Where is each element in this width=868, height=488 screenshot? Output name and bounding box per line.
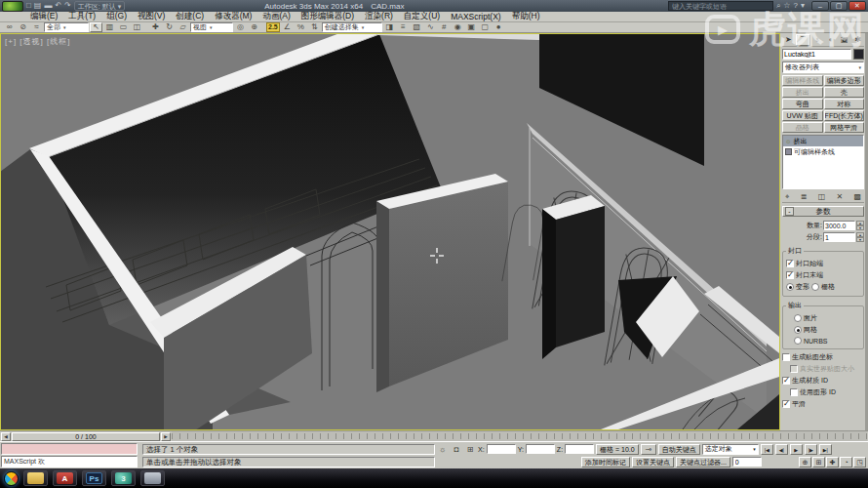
select-move-button[interactable]: ✚ [149,22,162,32]
mirror-button[interactable]: ◨ [383,22,396,32]
select-scale-button[interactable]: ▱ [177,22,189,32]
selection-lock-icon[interactable]: ◘ [451,445,462,454]
snap-toggle-button[interactable]: 2.5 [266,22,280,32]
selection-filter-dropdown[interactable]: 全部 ▾ [44,22,89,32]
layer-manager-button[interactable]: ▧ [411,22,423,32]
cap-start-checkbox[interactable] [786,260,794,267]
auto-key-button[interactable]: 自动关键点 [658,444,700,455]
real-world-checkbox[interactable] [790,365,798,373]
rollout-parameters-header[interactable]: - 参数 [782,206,864,217]
object-name-field[interactable] [782,49,851,60]
help-icon[interactable]: ? [794,1,798,11]
patch-radio[interactable] [794,314,802,322]
set-keys-icon[interactable]: ⊸ [641,444,656,455]
modifier-button-meshsmooth[interactable]: 网格平滑 [824,122,865,133]
start-button[interactable] [4,471,19,486]
menu-animation[interactable]: 动画(A) [257,11,295,22]
search-input[interactable] [668,1,773,11]
menu-tools[interactable]: 工具(T) [63,11,100,22]
gen-mapping-checkbox[interactable] [782,353,790,361]
mesh-radio[interactable] [794,326,802,334]
render-button[interactable]: ● [493,22,505,32]
pin-stack-icon[interactable]: ⌖ [785,192,790,202]
use-center-button[interactable]: ◎ [234,22,247,32]
listener-field[interactable]: MAXScript 欢 [1,456,138,468]
menu-help[interactable]: 帮助(H) [507,11,545,22]
viewport-label[interactable]: [+] [透视] [线框] [5,36,70,47]
coord-system-dropdown[interactable]: 视图 ▾ [190,22,233,32]
curve-editor-button[interactable]: ∿ [424,22,437,32]
taskbar-photoshop[interactable]: Ps [82,470,106,486]
current-frame-field[interactable] [732,457,762,467]
play-button[interactable]: ▶ [790,444,803,455]
remove-modifier-icon[interactable]: ✕ [836,192,843,201]
spin-down-icon[interactable]: ▾ [856,225,864,230]
undo-icon[interactable]: ↶ [55,1,61,11]
go-to-start-button[interactable]: |◀ [761,444,773,455]
percent-snap-button[interactable]: % [295,22,307,32]
modifier-button-extrude[interactable]: 挤出 [782,87,823,98]
angle-snap-button[interactable]: ∠ [281,22,294,32]
new-file-icon[interactable]: □ [26,1,31,11]
track-bar[interactable] [172,431,867,441]
bulb-icon[interactable]: ☼ [785,137,791,145]
amount-field[interactable]: 3000.0 [823,221,855,230]
pillar-1[interactable] [542,195,605,359]
modifier-button-lattice[interactable]: 晶格 [782,122,823,133]
menu-views[interactable]: 视图(V) [133,11,170,22]
favorites-icon[interactable]: ☆ [783,1,790,11]
object-color-swatch[interactable] [853,49,864,60]
taskbar-3dsmax[interactable]: 3 [111,470,136,486]
macro-recorder-field[interactable] [1,443,138,455]
menu-graph-editors[interactable]: 图形编辑器(D) [296,11,359,22]
spinner-snap-button[interactable]: ⇅ [308,22,321,32]
stack-item-editable-spline[interactable]: 可编辑样条线 [783,146,863,157]
absolute-mode-icon[interactable]: ⊞ [464,445,476,454]
render-setup-button[interactable]: ▣ [465,22,478,32]
grid-radio[interactable] [811,283,819,291]
modifier-button-edit-poly[interactable]: 编辑多边形 [824,75,865,86]
amount-spinner[interactable]: ▴▾ [856,221,864,230]
go-to-end-button[interactable]: ▶| [819,444,832,455]
tab-display[interactable]: ▣ [838,34,850,46]
modifier-button-symmetry[interactable]: 对称 [824,99,865,109]
taskbar-autocad[interactable]: A [53,470,77,486]
isolate-toggle-icon[interactable]: ☼ [437,445,449,454]
x-coordinate-field[interactable] [487,444,516,454]
zoom-icon[interactable]: ⊕ [799,457,811,468]
zoom-all-icon[interactable]: ⊞ [812,457,825,468]
segments-field[interactable]: 1 [823,232,855,242]
select-by-name-button[interactable]: ▥ [103,22,116,32]
minimize-button[interactable]: – [811,1,829,11]
tab-hierarchy[interactable]: ♁ [811,34,824,46]
key-filters-button[interactable]: 关键点过滤器... [676,457,730,468]
modifier-button-bend[interactable]: 弯曲 [782,99,823,109]
timeline-right-icon[interactable]: ▶ [161,432,171,441]
previous-frame-button[interactable]: ◀| [775,444,788,455]
menu-rendering[interactable]: 渲染(R) [360,11,398,22]
configure-sets-icon[interactable]: ▩ [853,192,861,201]
align-button[interactable]: ≡ [397,22,410,32]
pan-icon[interactable]: ✚ [826,457,839,468]
nurbs-radio[interactable] [794,337,802,345]
close-button[interactable]: ✕ [848,1,866,11]
menu-modifiers[interactable]: 修改器(M) [210,11,256,22]
menu-group[interactable]: 组(G) [101,11,132,22]
named-selection-dropdown[interactable]: 创建选择集 ▾ [322,22,382,32]
make-unique-icon[interactable]: ◫ [818,192,826,201]
unlink-icon[interactable]: ⊘ [17,22,29,32]
modifier-button-edit-spline[interactable]: 编辑样条线 [782,75,823,86]
select-rotate-button[interactable]: ↻ [163,22,176,32]
window-crossing-button[interactable]: ◫ [131,22,143,32]
maximize-button[interactable]: ▢ [830,1,848,11]
use-shapeid-checkbox[interactable] [790,388,798,396]
save-file-icon[interactable]: ▬ [44,1,52,11]
menu-create[interactable]: 创建(C) [171,11,209,22]
open-file-icon[interactable]: ▤ [34,1,42,11]
tab-utilities[interactable]: ✱ [851,34,864,46]
show-end-result-icon[interactable]: ≣ [801,192,808,201]
spin-down-icon[interactable]: ▾ [856,237,864,242]
z-coordinate-field[interactable] [565,444,594,454]
smooth-checkbox[interactable] [782,400,790,408]
schematic-view-button[interactable]: # [438,22,451,32]
